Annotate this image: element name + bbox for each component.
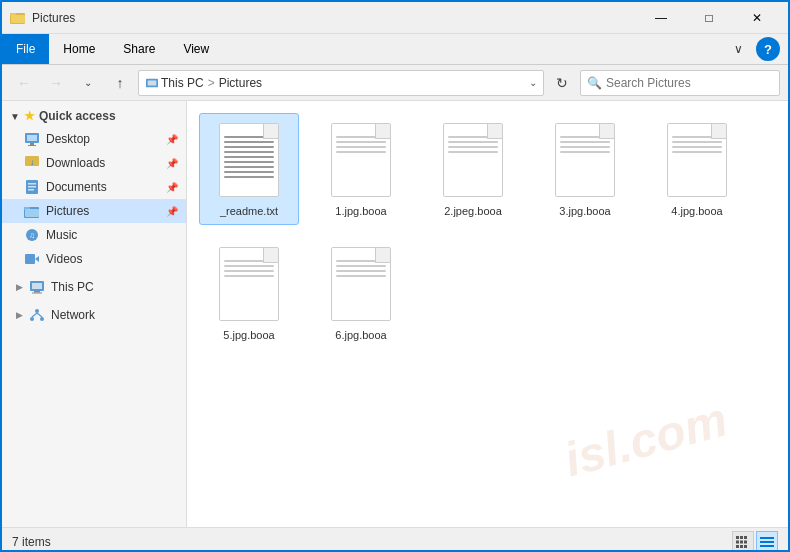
sidebar-item-documents[interactable]: Documents 📌 <box>2 175 186 199</box>
sidebar-desktop-label: Desktop <box>46 132 160 146</box>
ribbon-tabs: File Home Share View ∨ ? <box>2 34 788 64</box>
ribbon-collapse-button[interactable]: ∨ <box>726 37 750 61</box>
search-box[interactable]: 🔍 <box>580 70 780 96</box>
maximize-button[interactable]: □ <box>686 2 732 34</box>
readme-icon-wrapper <box>214 120 284 200</box>
svg-rect-34 <box>736 540 739 543</box>
tab-file[interactable]: File <box>2 34 49 64</box>
documents-pin: 📌 <box>166 182 178 193</box>
sidebar-item-network[interactable]: ▶ Network <box>2 303 186 327</box>
view-list-button[interactable] <box>732 531 754 553</box>
address-dropdown-button[interactable]: ⌄ <box>529 77 537 88</box>
nav-dropdown-button[interactable]: ⌄ <box>74 69 102 97</box>
file-item-2[interactable]: 2.jpeg.booa <box>423 113 523 225</box>
ribbon: File Home Share View ∨ ? <box>2 34 788 65</box>
sidebar-music-label: Music <box>46 228 178 242</box>
file-item-3[interactable]: 3.jpg.booa <box>535 113 635 225</box>
address-crumb-this-pc[interactable]: This PC <box>145 76 204 90</box>
svg-line-30 <box>37 313 42 317</box>
sidebar-this-pc-label: This PC <box>51 280 178 294</box>
file3-filename: 3.jpg.booa <box>559 204 610 218</box>
window-controls: — □ ✕ <box>638 2 780 34</box>
sidebar: ▼ ★ Quick access Desktop 📌 ↓ <box>2 101 187 527</box>
file2-doc-icon <box>443 123 503 197</box>
file-item-6[interactable]: 6.jpg.booa <box>311 237 411 349</box>
tab-home[interactable]: Home <box>49 34 109 64</box>
svg-rect-6 <box>27 135 37 141</box>
sidebar-pictures-label: Pictures <box>46 204 160 218</box>
svg-rect-7 <box>30 143 34 145</box>
svg-rect-25 <box>32 293 42 294</box>
file6-filename: 6.jpg.booa <box>335 328 386 342</box>
svg-rect-42 <box>760 545 774 547</box>
file-grid: _readme.txt 1.jpg.booa <box>199 113 776 350</box>
file-item-4[interactable]: 4.jpg.booa <box>647 113 747 225</box>
tab-share[interactable]: Share <box>109 34 169 64</box>
search-input[interactable] <box>606 76 773 90</box>
sidebar-item-desktop[interactable]: Desktop 📌 <box>2 127 186 151</box>
readme-doc-icon <box>219 123 279 197</box>
documents-icon <box>24 179 40 195</box>
main-container: ▼ ★ Quick access Desktop 📌 ↓ <box>2 101 788 527</box>
svg-rect-36 <box>744 540 747 543</box>
svg-marker-21 <box>35 256 39 262</box>
svg-rect-17 <box>25 209 39 217</box>
svg-point-27 <box>30 317 34 321</box>
svg-rect-40 <box>760 537 774 539</box>
address-bar[interactable]: This PC > Pictures ⌄ <box>138 70 544 96</box>
sidebar-item-videos[interactable]: Videos <box>2 247 186 271</box>
file1-doc-icon <box>331 123 391 197</box>
file4-icon-wrapper <box>662 120 732 200</box>
sidebar-item-this-pc[interactable]: ▶ This PC <box>2 275 186 299</box>
network-icon <box>29 307 45 323</box>
file6-doc-icon <box>331 247 391 321</box>
svg-rect-41 <box>760 541 774 543</box>
downloads-pin: 📌 <box>166 158 178 169</box>
svg-rect-2 <box>11 15 25 23</box>
svg-rect-37 <box>736 545 739 548</box>
file-item-1[interactable]: 1.jpg.booa <box>311 113 411 225</box>
window-title: Pictures <box>32 11 638 25</box>
svg-point-28 <box>40 317 44 321</box>
address-sep-1: > <box>208 76 215 90</box>
music-icon: ♫ <box>24 227 40 243</box>
svg-rect-35 <box>740 540 743 543</box>
svg-rect-8 <box>28 145 36 146</box>
back-button[interactable]: ← <box>10 69 38 97</box>
pc-icon <box>29 279 45 295</box>
svg-rect-24 <box>34 291 40 293</box>
forward-button[interactable]: → <box>42 69 70 97</box>
desktop-icon <box>24 131 40 147</box>
quick-access-label: ★ <box>24 109 35 123</box>
address-current: Pictures <box>219 76 262 90</box>
tab-view[interactable]: View <box>169 34 223 64</box>
view-grid-button[interactable] <box>756 531 778 553</box>
svg-text:↓: ↓ <box>30 158 34 167</box>
file3-doc-icon <box>555 123 615 197</box>
minimize-button[interactable]: — <box>638 2 684 34</box>
desktop-pin: 📌 <box>166 134 178 145</box>
svg-text:♫: ♫ <box>29 231 35 240</box>
close-button[interactable]: ✕ <box>734 2 780 34</box>
title-bar: Pictures — □ ✕ <box>2 2 788 34</box>
file2-filename: 2.jpeg.booa <box>444 204 502 218</box>
view-buttons <box>732 531 778 553</box>
file3-icon-wrapper <box>550 120 620 200</box>
sidebar-item-pictures[interactable]: Pictures 📌 <box>2 199 186 223</box>
downloads-icon: ↓ <box>24 155 40 171</box>
expand-icon: ▶ <box>16 282 23 292</box>
svg-rect-13 <box>28 186 36 188</box>
file1-filename: 1.jpg.booa <box>335 204 386 218</box>
sidebar-item-downloads[interactable]: ↓ Downloads 📌 <box>2 151 186 175</box>
svg-rect-33 <box>744 536 747 539</box>
status-item-count: 7 items <box>12 535 51 549</box>
file-item-5[interactable]: 5.jpg.booa <box>199 237 299 349</box>
up-button[interactable]: ↑ <box>106 69 134 97</box>
refresh-button[interactable]: ↻ <box>548 69 576 97</box>
file-item-readme[interactable]: _readme.txt <box>199 113 299 225</box>
sidebar-item-music[interactable]: ♫ Music <box>2 223 186 247</box>
help-button[interactable]: ? <box>756 37 780 61</box>
quick-access-header[interactable]: ▼ ★ Quick access <box>2 105 186 127</box>
file5-icon-wrapper <box>214 244 284 324</box>
file4-doc-icon <box>667 123 727 197</box>
